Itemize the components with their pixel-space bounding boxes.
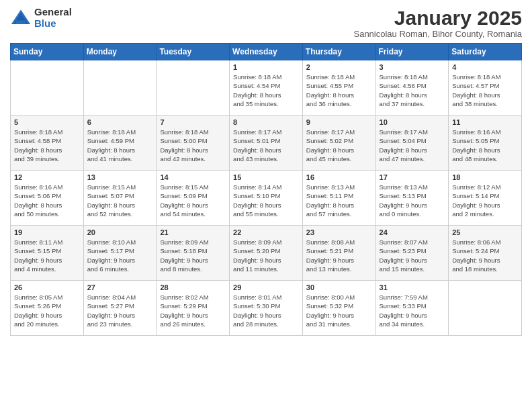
day-info: Sunrise: 8:15 AM Sunset: 5:09 PM Dayligh…	[160, 183, 226, 218]
calendar-title: January 2025	[353, 7, 522, 29]
weekday-header-wednesday: Wednesday	[230, 44, 303, 60]
weekday-header-saturday: Saturday	[449, 44, 522, 60]
calendar-cell: 25Sunrise: 8:06 AM Sunset: 5:24 PM Dayli…	[449, 226, 522, 281]
calendar-cell: 31Sunrise: 7:59 AM Sunset: 5:33 PM Dayli…	[375, 281, 449, 336]
calendar-cell: 3Sunrise: 8:18 AM Sunset: 4:56 PM Daylig…	[375, 60, 449, 116]
day-number: 2	[306, 63, 372, 71]
week-row-2: 5Sunrise: 8:18 AM Sunset: 4:58 PM Daylig…	[11, 116, 522, 171]
week-row-3: 12Sunrise: 8:16 AM Sunset: 5:06 PM Dayli…	[11, 171, 522, 226]
day-info: Sunrise: 8:08 AM Sunset: 5:21 PM Dayligh…	[306, 238, 372, 273]
day-number: 18	[452, 173, 518, 181]
day-number: 25	[452, 228, 518, 236]
day-number: 29	[233, 283, 299, 291]
day-info: Sunrise: 8:16 AM Sunset: 5:05 PM Dayligh…	[452, 128, 518, 163]
day-info: Sunrise: 8:18 AM Sunset: 4:54 PM Dayligh…	[233, 73, 299, 108]
day-info: Sunrise: 8:09 AM Sunset: 5:18 PM Dayligh…	[160, 238, 226, 273]
day-number: 6	[87, 118, 153, 126]
day-info: Sunrise: 8:05 AM Sunset: 5:26 PM Dayligh…	[14, 293, 80, 328]
weekday-header-row: SundayMondayTuesdayWednesdayThursdayFrid…	[11, 44, 522, 60]
day-number: 20	[87, 228, 153, 236]
calendar-cell: 14Sunrise: 8:15 AM Sunset: 5:09 PM Dayli…	[157, 171, 230, 226]
calendar-cell: 1Sunrise: 8:18 AM Sunset: 4:54 PM Daylig…	[230, 60, 303, 116]
calendar-subtitle: Sannicolau Roman, Bihor County, Romania	[353, 29, 522, 39]
day-info: Sunrise: 8:13 AM Sunset: 5:11 PM Dayligh…	[306, 183, 372, 218]
weekday-header-monday: Monday	[83, 44, 157, 60]
week-row-1: 1Sunrise: 8:18 AM Sunset: 4:54 PM Daylig…	[11, 60, 522, 116]
weekday-header-friday: Friday	[375, 44, 449, 60]
day-number: 31	[380, 283, 445, 291]
weekday-header-sunday: Sunday	[11, 44, 84, 60]
day-info: Sunrise: 8:14 AM Sunset: 5:10 PM Dayligh…	[233, 183, 299, 218]
day-number: 1	[233, 63, 299, 71]
day-info: Sunrise: 8:06 AM Sunset: 5:24 PM Dayligh…	[452, 238, 518, 273]
calendar-cell: 10Sunrise: 8:17 AM Sunset: 5:04 PM Dayli…	[375, 116, 449, 171]
header: General Blue January 2025 Sannicolau Rom…	[10, 7, 522, 39]
day-number: 17	[380, 173, 445, 181]
day-number: 22	[233, 228, 299, 236]
day-info: Sunrise: 8:18 AM Sunset: 4:59 PM Dayligh…	[87, 128, 153, 163]
week-row-5: 26Sunrise: 8:05 AM Sunset: 5:26 PM Dayli…	[11, 281, 522, 336]
calendar-cell: 7Sunrise: 8:18 AM Sunset: 5:00 PM Daylig…	[157, 116, 230, 171]
calendar-cell: 9Sunrise: 8:17 AM Sunset: 5:02 PM Daylig…	[302, 116, 375, 171]
day-info: Sunrise: 8:18 AM Sunset: 4:56 PM Dayligh…	[380, 73, 445, 108]
title-block: January 2025 Sannicolau Roman, Bihor Cou…	[353, 7, 522, 39]
calendar-cell: 4Sunrise: 8:18 AM Sunset: 4:57 PM Daylig…	[449, 60, 522, 116]
day-number: 28	[160, 283, 226, 291]
day-info: Sunrise: 8:13 AM Sunset: 5:13 PM Dayligh…	[380, 183, 445, 218]
calendar-cell: 20Sunrise: 8:10 AM Sunset: 5:17 PM Dayli…	[83, 226, 157, 281]
calendar-cell: 29Sunrise: 8:01 AM Sunset: 5:30 PM Dayli…	[230, 281, 303, 336]
logo-text: General Blue	[34, 7, 72, 29]
calendar-cell	[83, 60, 157, 116]
calendar-cell: 11Sunrise: 8:16 AM Sunset: 5:05 PM Dayli…	[449, 116, 522, 171]
calendar-cell: 12Sunrise: 8:16 AM Sunset: 5:06 PM Dayli…	[11, 171, 84, 226]
day-number: 9	[306, 118, 372, 126]
calendar-cell	[157, 60, 230, 116]
calendar-cell: 5Sunrise: 8:18 AM Sunset: 4:58 PM Daylig…	[11, 116, 84, 171]
day-info: Sunrise: 8:02 AM Sunset: 5:29 PM Dayligh…	[160, 293, 226, 328]
day-number: 24	[380, 228, 445, 236]
logo-blue-text: Blue	[34, 18, 72, 30]
weekday-header-thursday: Thursday	[302, 44, 375, 60]
calendar-cell: 16Sunrise: 8:13 AM Sunset: 5:11 PM Dayli…	[302, 171, 375, 226]
calendar-cell: 8Sunrise: 8:17 AM Sunset: 5:01 PM Daylig…	[230, 116, 303, 171]
day-info: Sunrise: 8:17 AM Sunset: 5:04 PM Dayligh…	[380, 128, 445, 163]
day-info: Sunrise: 8:07 AM Sunset: 5:23 PM Dayligh…	[380, 238, 445, 273]
calendar-cell	[11, 60, 84, 116]
day-number: 3	[380, 63, 445, 71]
logo: General Blue	[10, 7, 72, 29]
calendar-cell: 23Sunrise: 8:08 AM Sunset: 5:21 PM Dayli…	[302, 226, 375, 281]
calendar-cell: 6Sunrise: 8:18 AM Sunset: 4:59 PM Daylig…	[83, 116, 157, 171]
calendar-cell: 27Sunrise: 8:04 AM Sunset: 5:27 PM Dayli…	[83, 281, 157, 336]
day-number: 15	[233, 173, 299, 181]
day-number: 27	[87, 283, 153, 291]
day-info: Sunrise: 8:11 AM Sunset: 5:15 PM Dayligh…	[14, 238, 80, 273]
day-info: Sunrise: 8:16 AM Sunset: 5:06 PM Dayligh…	[14, 183, 80, 218]
day-info: Sunrise: 8:10 AM Sunset: 5:17 PM Dayligh…	[87, 238, 153, 273]
day-number: 26	[14, 283, 80, 291]
day-number: 12	[14, 173, 80, 181]
day-info: Sunrise: 7:59 AM Sunset: 5:33 PM Dayligh…	[380, 293, 445, 328]
calendar-cell: 17Sunrise: 8:13 AM Sunset: 5:13 PM Dayli…	[375, 171, 449, 226]
day-info: Sunrise: 8:01 AM Sunset: 5:30 PM Dayligh…	[233, 293, 299, 328]
day-info: Sunrise: 8:04 AM Sunset: 5:27 PM Dayligh…	[87, 293, 153, 328]
calendar-cell: 28Sunrise: 8:02 AM Sunset: 5:29 PM Dayli…	[157, 281, 230, 336]
svg-rect-2	[16, 20, 26, 24]
day-info: Sunrise: 8:00 AM Sunset: 5:32 PM Dayligh…	[306, 293, 372, 328]
calendar-cell	[449, 281, 522, 336]
day-info: Sunrise: 8:18 AM Sunset: 5:00 PM Dayligh…	[160, 128, 226, 163]
weekday-header-tuesday: Tuesday	[157, 44, 230, 60]
calendar-cell: 21Sunrise: 8:09 AM Sunset: 5:18 PM Dayli…	[157, 226, 230, 281]
day-info: Sunrise: 8:18 AM Sunset: 4:57 PM Dayligh…	[452, 73, 518, 108]
day-number: 23	[306, 228, 372, 236]
logo-icon	[10, 7, 32, 29]
day-info: Sunrise: 8:17 AM Sunset: 5:02 PM Dayligh…	[306, 128, 372, 163]
day-info: Sunrise: 8:18 AM Sunset: 4:58 PM Dayligh…	[14, 128, 80, 163]
calendar-cell: 13Sunrise: 8:15 AM Sunset: 5:07 PM Dayli…	[83, 171, 157, 226]
calendar-cell: 30Sunrise: 8:00 AM Sunset: 5:32 PM Dayli…	[302, 281, 375, 336]
day-number: 5	[14, 118, 80, 126]
calendar-cell: 2Sunrise: 8:18 AM Sunset: 4:55 PM Daylig…	[302, 60, 375, 116]
day-number: 8	[233, 118, 299, 126]
week-row-4: 19Sunrise: 8:11 AM Sunset: 5:15 PM Dayli…	[11, 226, 522, 281]
calendar-cell: 24Sunrise: 8:07 AM Sunset: 5:23 PM Dayli…	[375, 226, 449, 281]
day-number: 16	[306, 173, 372, 181]
